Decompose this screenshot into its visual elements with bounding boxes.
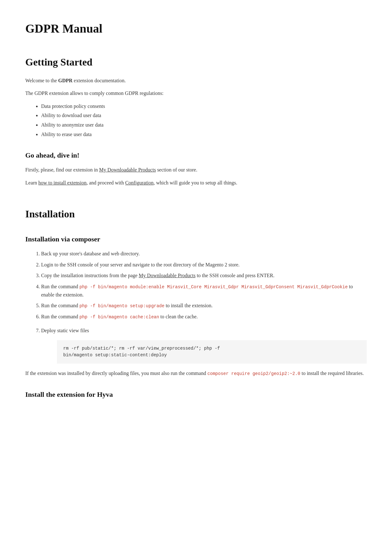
- dive-in-paragraph-2: Learn how to install extension, and proc…: [25, 179, 367, 187]
- install-step-2: Login to the SSH console of your server …: [41, 261, 367, 269]
- post-install-prefix: If the extension was installed by direct…: [25, 371, 207, 376]
- gdpr-bold: GDPR: [58, 78, 72, 83]
- installation-heading: Installation: [25, 206, 367, 222]
- how-to-install-link[interactable]: how to install extension: [38, 180, 86, 185]
- features-list: Data protection policy consents Ability …: [41, 102, 367, 138]
- installation-section: Installation Installation via composer B…: [25, 206, 367, 400]
- step5-prefix: Run the command: [41, 303, 79, 308]
- dive-in-p2-suffix: , which will guide you to setup all thin…: [154, 180, 237, 185]
- install-step-6: Run the command php -f bin/magento cache…: [41, 313, 367, 321]
- getting-started-heading: Getting Started: [25, 54, 367, 70]
- intro-paragraph-2: The GDPR extension allows to comply comm…: [25, 89, 367, 97]
- install-hyva-heading: Install the extension for Hyva: [25, 389, 367, 400]
- installation-steps-list-2: Deploy static view files rm -rf pub/stat…: [41, 327, 367, 363]
- dive-in-p1-prefix: Firstly, please, find our extension in: [25, 167, 99, 172]
- my-downloadable-products-link-1[interactable]: My Downloadable Products: [99, 167, 156, 172]
- post-install-code: composer require geoip2/geoip2:~2.0: [207, 371, 300, 376]
- feature-3: Ability to anonymize user data: [41, 121, 367, 129]
- install-step-3: Copy the installation instructions from …: [41, 271, 367, 280]
- step3-prefix: Copy the installation instructions from …: [41, 273, 139, 278]
- step6-code: php -f bin/magento cache:clean: [79, 315, 159, 320]
- page-title: GDPR Manual: [25, 19, 367, 38]
- installation-via-composer-heading: Installation via composer: [25, 234, 367, 245]
- install-step-5: Run the command php -f bin/magento setup…: [41, 302, 367, 310]
- configuration-link[interactable]: Configuration: [125, 180, 154, 185]
- dive-in-p2-prefix: Learn: [25, 180, 38, 185]
- install-step-4: Run the command php -f bin/magento modul…: [41, 283, 367, 299]
- step6-suffix: to clean the cache.: [159, 314, 198, 319]
- install-step-1: Back up your store's database and web di…: [41, 250, 367, 258]
- dive-in-heading: Go ahead, dive in!: [25, 150, 367, 161]
- intro-1-suffix: extension documentation.: [72, 78, 126, 83]
- dive-in-p1-suffix: section of our store.: [156, 167, 197, 172]
- dive-in-paragraph-1: Firstly, please, find our extension in M…: [25, 166, 367, 174]
- intro-1-prefix: Welcome to the: [25, 78, 58, 83]
- feature-4: Ability to erase user data: [41, 130, 367, 139]
- step6-prefix: Run the command: [41, 314, 79, 319]
- feature-2: Ability to download user data: [41, 111, 367, 120]
- post-install-paragraph: If the extension was installed by direct…: [25, 369, 367, 377]
- step5-code: php -f bin/magento setup:upgrade: [79, 303, 164, 309]
- feature-1: Data protection policy consents: [41, 102, 367, 110]
- step4-prefix: Run the command: [41, 284, 79, 289]
- static-deploy-code-block: rm -rf pub/static/*; rm -rf var/view_pre…: [57, 340, 367, 364]
- intro-paragraph-1: Welcome to the GDPR extension documentat…: [25, 77, 367, 85]
- post-install-suffix: to install the required libraries.: [300, 371, 364, 376]
- step3-suffix: to the SSH console and press ENTER.: [195, 273, 274, 278]
- dive-in-p2-middle: , and proceed with: [87, 180, 125, 185]
- my-downloadable-products-link-2[interactable]: My Downloadable Products: [139, 273, 196, 278]
- step4-code: php -f bin/magento module:enable Mirasvi…: [79, 284, 348, 290]
- install-step-7: Deploy static view files rm -rf pub/stat…: [41, 327, 367, 363]
- step7-label: Deploy static view files: [41, 328, 89, 333]
- step5-suffix: to install the extension.: [164, 303, 212, 308]
- installation-steps-list: Back up your store's database and web di…: [41, 250, 367, 321]
